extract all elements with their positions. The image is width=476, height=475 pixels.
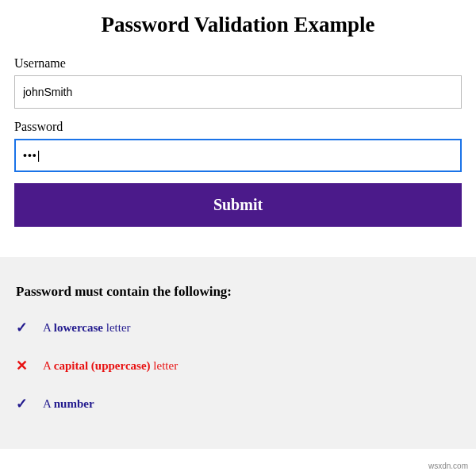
text-caret: | bbox=[37, 149, 41, 162]
rule-emphasis: number bbox=[54, 397, 94, 410]
password-label: Password bbox=[14, 120, 462, 134]
rule-emphasis: capital (uppercase) bbox=[54, 359, 151, 372]
password-value: ••• bbox=[23, 149, 37, 162]
rule-prefix: A bbox=[43, 321, 54, 334]
check-icon: ✓ bbox=[16, 395, 43, 412]
rule-emphasis: lowercase bbox=[54, 321, 103, 334]
rule-number: ✓ A number bbox=[16, 395, 460, 412]
rule-text: A capital (uppercase) letter bbox=[43, 359, 178, 373]
password-input[interactable]: •••| bbox=[14, 139, 462, 172]
submit-button[interactable]: Submit bbox=[14, 183, 462, 227]
rule-suffix: letter bbox=[103, 321, 131, 334]
rules-heading: Password must contain the following: bbox=[16, 284, 460, 300]
username-input[interactable] bbox=[14, 75, 462, 109]
rule-uppercase: ✕ A capital (uppercase) letter bbox=[16, 357, 460, 374]
rule-prefix: A bbox=[43, 359, 54, 372]
watermark-text: wsxdn.com bbox=[428, 462, 468, 470]
rule-text: A lowercase letter bbox=[43, 321, 131, 335]
rule-lowercase: ✓ A lowercase letter bbox=[16, 319, 460, 336]
rule-text: A number bbox=[43, 397, 94, 411]
password-rules-panel: Password must contain the following: ✓ A… bbox=[0, 257, 476, 449]
page-title: Password Validation Example bbox=[14, 13, 462, 37]
username-label: Username bbox=[14, 56, 462, 71]
cross-icon: ✕ bbox=[16, 357, 43, 374]
rule-prefix: A bbox=[43, 397, 54, 410]
rule-suffix: letter bbox=[151, 359, 178, 372]
check-icon: ✓ bbox=[16, 319, 43, 336]
